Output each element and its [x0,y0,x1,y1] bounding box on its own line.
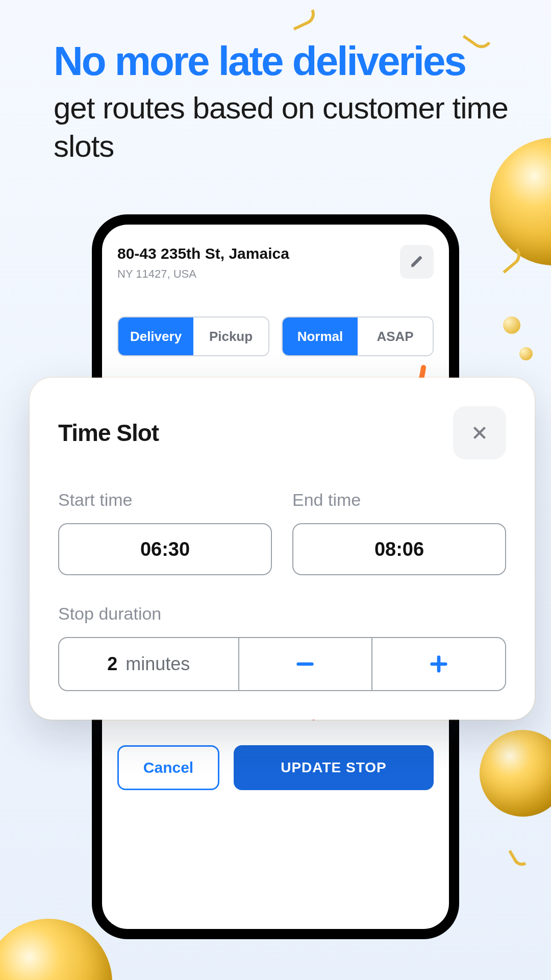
toggle-pickup[interactable]: Pickup [193,317,268,355]
address-line2: NY 11427, USA [117,267,289,281]
minus-icon [295,654,315,674]
duration-number: 2 [107,653,117,675]
marketing-headline: No more late deliveries get routes based… [54,41,520,165]
duration-value: 2 minutes [59,638,238,690]
duration-stepper: 2 minutes [58,637,506,691]
duration-unit: minutes [126,653,190,675]
duration-label: Stop duration [30,575,535,624]
balloon-decoration [480,730,551,817]
address-block: 80-43 235th St, Jamaica NY 11427, USA [117,245,289,281]
confetti-ribbon [290,9,318,31]
close-button[interactable] [453,406,506,459]
close-icon [470,424,489,442]
headline-title: No more late deliveries [54,41,520,82]
panel-title: Time Slot [58,419,159,447]
start-time-label: Start time [58,490,272,510]
priority-toggle: Normal ASAP [282,316,434,356]
headline-subtitle: get routes based on customer time slots [54,89,520,165]
confetti-dot [519,347,533,360]
pencil-icon [410,255,424,269]
plus-icon [429,654,449,674]
toggle-normal[interactable]: Normal [283,317,358,355]
confetti-dot [503,316,520,334]
confetti-ribbon [508,847,527,869]
time-slot-panel: Time Slot Start time 06:30 End time 08:0… [30,378,535,720]
start-time-input[interactable]: 06:30 [58,523,272,575]
end-time-input[interactable]: 08:06 [292,523,506,575]
address-line1: 80-43 235th St, Jamaica [117,245,289,262]
end-time-label: End time [292,490,506,510]
duration-decrement-button[interactable] [238,638,372,690]
edit-button[interactable] [400,245,434,279]
type-toggle: Delivery Pickup [117,316,269,356]
toggle-asap[interactable]: ASAP [358,317,433,355]
duration-increment-button[interactable] [371,638,505,690]
cancel-button[interactable]: Cancel [117,745,219,790]
update-stop-button[interactable]: UPDATE STOP [234,745,434,790]
balloon-decoration [0,919,112,980]
toggle-delivery[interactable]: Delivery [118,317,193,355]
